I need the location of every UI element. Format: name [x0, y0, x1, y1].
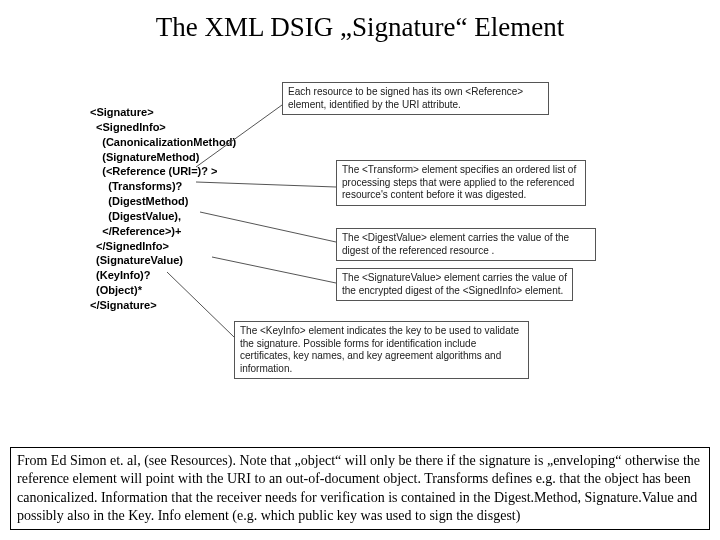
line-reference-close: </Reference>)+: [90, 225, 181, 237]
line-digest-value: (DigestValue),: [90, 210, 181, 222]
xml-structure: <Signature> <SignedInfo> (Canonicalizati…: [90, 105, 236, 313]
callout-digest: The <DigestValue> element carries the va…: [336, 228, 596, 261]
line-digest-method: (DigestMethod): [90, 195, 188, 207]
line-canonicalization: (CanonicalizationMethod): [90, 136, 236, 148]
page-title: The XML DSIG „Signature“ Element: [0, 0, 720, 43]
line-signature-value: (SignatureValue): [90, 254, 183, 266]
line-reference-open: (<Reference (URI=)? >: [90, 165, 217, 177]
line-signature-method: (SignatureMethod): [90, 151, 199, 163]
line-signature-open: <Signature>: [90, 106, 154, 118]
callout-signature-value: The <SignatureValue> element carries the…: [336, 268, 573, 301]
line-signature-close: </Signature>: [90, 299, 157, 311]
callout-transform: The <Transform> element specifies an ord…: [336, 160, 586, 206]
line-object: (Object)*: [90, 284, 142, 296]
line-signedinfo-close: </SignedInfo>: [90, 240, 169, 252]
callout-keyinfo: The <KeyInfo> element indicates the key …: [234, 321, 529, 379]
line-transforms: (Transforms)?: [90, 180, 182, 192]
line-signedinfo-open: <SignedInfo>: [90, 121, 166, 133]
footnote-text: From Ed Simon et. al, (see Resources). N…: [10, 447, 710, 530]
line-keyinfo: (KeyInfo)?: [90, 269, 151, 281]
callout-reference: Each resource to be signed has its own <…: [282, 82, 549, 115]
